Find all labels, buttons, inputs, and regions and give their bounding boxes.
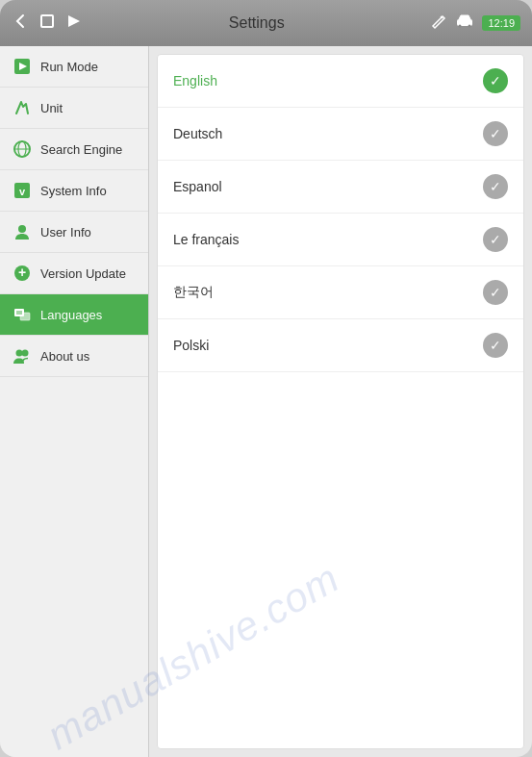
svg-point-19 [16, 350, 23, 357]
language-item-french[interactable]: Le français ✓ [158, 214, 523, 266]
sidebar-label-system-info: System Info [40, 184, 107, 198]
back-icon[interactable] [12, 13, 29, 35]
system-info-icon: v [12, 180, 33, 201]
search-engine-icon [12, 139, 33, 160]
top-bar: Settings 12:19 [0, 0, 532, 46]
sidebar-item-system-info[interactable]: v System Info [0, 170, 148, 212]
svg-marker-1 [68, 15, 80, 27]
edit-icon[interactable] [430, 13, 447, 35]
sidebar-item-search-engine[interactable]: Search Engine [0, 129, 148, 170]
main-area: Run Mode Unit [0, 46, 532, 757]
sidebar-item-about-us[interactable]: About us [0, 336, 148, 377]
language-name-korean: 한국어 [173, 284, 483, 301]
language-name-polski: Polski [173, 338, 483, 353]
video-icon[interactable] [65, 13, 83, 35]
language-item-korean[interactable]: 한국어 ✓ [158, 266, 523, 319]
language-item-deutsch[interactable]: Deutsch ✓ [158, 108, 523, 161]
top-bar-right: 12:19 [430, 13, 520, 35]
language-check-deutsch: ✓ [483, 121, 508, 146]
sidebar-item-run-mode[interactable]: Run Mode [0, 46, 148, 88]
language-check-english: ✓ [483, 68, 508, 93]
sidebar-label-search-engine: Search Engine [40, 142, 122, 157]
page-title: Settings [83, 14, 430, 32]
language-check-polski: ✓ [483, 333, 508, 358]
svg-text:+: + [18, 265, 26, 280]
language-list: English ✓ Deutsch ✓ Espanol ✓ Le françai… [157, 54, 524, 749]
svg-point-4 [469, 24, 471, 27]
language-name-english: English [173, 73, 483, 88]
sidebar-label-user-info: User Info [40, 225, 91, 240]
sidebar-item-unit[interactable]: Unit [0, 88, 148, 129]
top-bar-left [12, 13, 83, 35]
car-icon[interactable] [455, 13, 474, 35]
language-name-deutsch: Deutsch [173, 126, 483, 141]
sidebar-label-about-us: About us [40, 349, 89, 364]
svg-point-12 [18, 225, 26, 233]
language-item-english[interactable]: English ✓ [158, 55, 523, 108]
sidebar-label-unit: Unit [40, 101, 63, 115]
sidebar: Run Mode Unit [0, 46, 149, 757]
run-mode-icon [12, 56, 33, 77]
language-item-polski[interactable]: Polski ✓ [158, 319, 523, 372]
language-check-espanol: ✓ [483, 174, 508, 199]
language-name-french: Le français [173, 232, 483, 247]
languages-icon [12, 304, 33, 325]
sidebar-label-languages: Languages [40, 308, 102, 322]
sidebar-label-run-mode: Run Mode [40, 60, 98, 74]
device-frame: Settings 12:19 [0, 0, 532, 757]
language-check-french: ✓ [483, 227, 508, 252]
time-display: 12:19 [482, 15, 520, 31]
crop-icon[interactable] [38, 13, 56, 35]
svg-point-3 [459, 24, 462, 27]
language-check-korean: ✓ [483, 280, 508, 305]
sidebar-label-version-update: Version Update [40, 266, 126, 281]
sidebar-item-user-info[interactable]: User Info [0, 212, 148, 253]
version-update-icon: + [12, 263, 33, 284]
sidebar-item-languages[interactable]: Languages [0, 294, 148, 336]
about-us-icon [12, 345, 33, 366]
svg-rect-0 [41, 15, 53, 27]
user-info-icon [12, 221, 33, 242]
svg-text:v: v [19, 186, 26, 197]
unit-icon [12, 97, 33, 118]
svg-point-20 [22, 350, 29, 357]
language-name-espanol: Espanol [173, 179, 483, 194]
sidebar-item-version-update[interactable]: + Version Update [0, 253, 148, 294]
language-item-espanol[interactable]: Espanol ✓ [158, 161, 523, 214]
